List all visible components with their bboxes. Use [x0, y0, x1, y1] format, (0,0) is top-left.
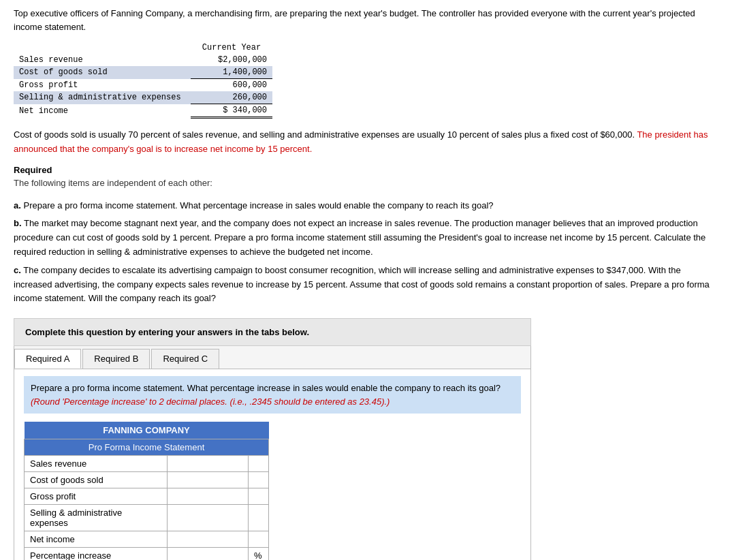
complete-box: Complete this question by entering your …: [14, 318, 531, 346]
table-row: Net income: [25, 531, 269, 548]
table-row: Net income $ 340,000: [14, 104, 272, 118]
required-subtext: The following items are independent of e…: [14, 178, 716, 188]
table-row: Percentage increase %: [25, 548, 269, 560]
proforma-table: FANNING COMPANY Pro Forma Income Stateme…: [24, 422, 269, 560]
tab-a-content: Prepare a pro forma income statement. Wh…: [14, 369, 530, 560]
sales-revenue-input[interactable]: [181, 458, 242, 469]
company-name-header: FANNING COMPANY: [25, 422, 269, 439]
item-b: b. The market may become stagnant next y…: [14, 217, 716, 259]
tab-required-b[interactable]: Required B: [82, 349, 150, 369]
tab-required-c[interactable]: Required C: [151, 349, 219, 369]
item-c: c. The company decides to escalate its a…: [14, 264, 716, 306]
tabs-row: Required A Required B Required C: [14, 346, 530, 369]
table-row: Cost of goods sold 1,400,000: [14, 66, 272, 79]
tabs-container: Required A Required B Required C Prepare…: [14, 346, 531, 560]
cogs-input[interactable]: [181, 475, 242, 485]
current-year-header: Current Year: [191, 42, 272, 54]
red-desc: The president has announced that the com…: [14, 129, 708, 154]
item-a: a. Prepare a pro forma income statement.…: [14, 199, 716, 213]
current-year-table: Current Year Sales revenue $2,000,000 Co…: [14, 42, 272, 119]
intro-text: Top executive officers of Fanning Compan…: [14, 7, 716, 33]
percentage-increase-input[interactable]: [181, 550, 242, 560]
instruction-highlight: (Round 'Percentage increase' to 2 decima…: [31, 396, 390, 407]
table-row: Gross profit: [25, 488, 269, 505]
gross-profit-input[interactable]: [181, 491, 242, 501]
table-row: Selling & administrative expenses: [25, 505, 269, 531]
description-text: Cost of goods sold is usually 70 percent…: [14, 128, 716, 157]
tab-instruction: Prepare a pro forma income statement. Wh…: [24, 376, 521, 414]
table-row: Gross profit 600,000: [14, 79, 272, 92]
table-row: Cost of goods sold: [25, 472, 269, 488]
net-income-input[interactable]: [181, 534, 242, 544]
statement-title: Pro Forma Income Statement: [25, 439, 269, 456]
tab-required-a[interactable]: Required A: [14, 349, 81, 369]
selling-admin-input[interactable]: [181, 513, 242, 523]
required-header: Required: [14, 165, 716, 175]
table-row: Sales revenue: [25, 456, 269, 472]
table-row: Sales revenue $2,000,000: [14, 54, 272, 66]
table-row: Selling & administrative expenses 260,00…: [14, 91, 272, 104]
percent-symbol: %: [249, 548, 269, 560]
